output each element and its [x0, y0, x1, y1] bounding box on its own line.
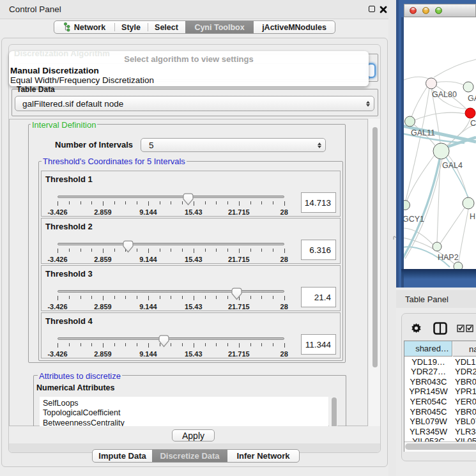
svg-text:H: H: [470, 212, 475, 221]
svg-text:GAL11: GAL11: [411, 128, 435, 137]
svg-text:GAL4: GAL4: [442, 161, 463, 170]
svg-text:GAL80: GAL80: [432, 90, 457, 99]
svg-text:HAP2: HAP2: [438, 253, 459, 262]
svg-text:C: C: [470, 119, 476, 128]
svg-text:GAL3: GAL3: [468, 94, 476, 103]
svg-text:GCY1: GCY1: [404, 215, 424, 224]
